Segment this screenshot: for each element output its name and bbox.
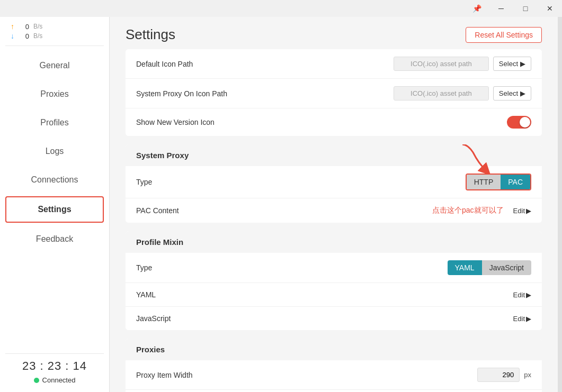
proxy-item-width-control: 290 px <box>477 368 531 382</box>
yaml-row: YAML Edit ▶ <box>126 283 542 307</box>
system-proxy-type-control: HTTP PAC <box>466 174 531 190</box>
proxies-header: Proxies <box>126 339 542 360</box>
pin-icon: 📌 <box>465 0 489 17</box>
close-button[interactable]: ✕ <box>538 0 562 17</box>
download-arrow-icon: ↓ <box>11 32 14 40</box>
proxy-item-width-row: Proxy Item Width 290 px <box>126 360 542 390</box>
sidebar-item-general[interactable]: General <box>0 51 109 80</box>
right-scrollbar <box>558 17 562 392</box>
toggle-knob <box>520 117 530 127</box>
profile-mixin-type-label: Type <box>136 263 448 272</box>
sidebar-item-profiles[interactable]: Profiles <box>0 108 109 137</box>
sidebar: ↑ 0 B/s ↓ 0 B/s General Proxies Profiles <box>0 17 110 392</box>
system-proxy-header: System Proxy <box>126 144 542 166</box>
profile-mixin-type-control: YAML JavaScript <box>448 260 531 275</box>
pac-content-label: PAC Content <box>136 206 432 215</box>
javascript-type-button[interactable]: JavaScript <box>482 260 531 275</box>
show-new-version-icon-row: Show New Version Icon <box>126 108 542 136</box>
javascript-row: JavaScript Edit ▶ <box>126 307 542 330</box>
select-arrow-icon: ▶ <box>520 60 525 68</box>
system-proxy-section: System Proxy Type <box>126 144 542 223</box>
download-stat: ↓ 0 B/s <box>11 32 99 40</box>
yaml-edit-arrow-icon: ▶ <box>526 291 531 299</box>
yaml-edit-button[interactable]: Edit ▶ <box>513 291 531 299</box>
content-scroll-area[interactable]: Default Icon Path ICO(.ico) asset path S… <box>110 49 558 392</box>
default-icon-path-row: Default Icon Path ICO(.ico) asset path S… <box>126 49 542 79</box>
sidebar-item-feedback[interactable]: Feedback <box>0 225 109 253</box>
upload-unit: B/s <box>33 23 42 30</box>
pac-annotation-text: 点击这个pac就可以了 <box>432 206 504 215</box>
system-proxy-type-label: Type <box>136 178 466 186</box>
yaml-type-button[interactable]: YAML <box>448 260 482 275</box>
download-value: 0 <box>19 32 29 40</box>
profile-mixin-lang-group: YAML JavaScript <box>448 260 531 275</box>
system-proxy-icon-select-button[interactable]: Select ▶ <box>493 86 531 101</box>
pac-edit-button[interactable]: Edit ▶ <box>513 207 531 215</box>
system-proxy-icon-path-row: System Proxy On Icon Path ICO(.ico) asse… <box>126 79 542 108</box>
http-type-button[interactable]: HTTP <box>467 175 501 189</box>
sidebar-item-settings[interactable]: Settings <box>5 196 104 223</box>
yaml-edit-control: Edit ▶ <box>513 291 531 299</box>
download-unit: B/s <box>33 32 42 40</box>
select-arrow-icon-2: ▶ <box>520 89 525 97</box>
javascript-edit-control: Edit ▶ <box>513 315 531 323</box>
javascript-edit-arrow-icon: ▶ <box>526 315 531 323</box>
default-icon-path-control: ICO(.ico) asset path Select ▶ <box>394 57 531 71</box>
content-header: Settings Reset All Settings <box>110 17 558 49</box>
show-new-version-icon-label: Show New Version Icon <box>136 118 507 126</box>
reset-all-settings-button[interactable]: Reset All Settings <box>466 27 542 43</box>
proxy-item-width-input[interactable]: 290 <box>477 368 520 382</box>
status-dot-icon <box>34 378 39 383</box>
system-proxy-icon-path-label: System Proxy On Icon Path <box>136 89 394 98</box>
proxy-item-width-label: Proxy Item Width <box>136 371 477 379</box>
javascript-label: JavaScript <box>136 314 513 323</box>
status-label: Connected <box>42 376 76 384</box>
pac-content-row: PAC Content 点击这个pac就可以了 Edit ▶ <box>126 198 542 223</box>
yaml-label: YAML <box>136 290 513 299</box>
proxy-type-button-group: HTTP PAC <box>466 174 531 190</box>
maximize-button[interactable]: □ <box>513 0 538 17</box>
system-proxy-icon-path-control: ICO(.ico) asset path Select ▶ <box>394 86 531 101</box>
main-content: Settings Reset All Settings Default Icon… <box>110 17 558 392</box>
system-proxy-icon-path-input: ICO(.ico) asset path <box>394 86 489 101</box>
default-icon-path-input: ICO(.ico) asset path <box>394 57 489 71</box>
order-by-row: Order By Default Latency Name <box>126 390 542 392</box>
sidebar-item-proxies[interactable]: Proxies <box>0 80 109 108</box>
upload-arrow-icon: ↑ <box>11 22 14 31</box>
nav-menu: General Proxies Profiles Logs Connection… <box>0 46 109 353</box>
minimize-button[interactable]: ─ <box>489 0 513 17</box>
pac-type-button[interactable]: PAC <box>501 175 530 189</box>
upload-value: 0 <box>19 23 29 31</box>
time-display: 23 : 23 : 14 <box>11 359 99 373</box>
show-new-version-toggle[interactable] <box>507 116 531 129</box>
proxies-section: Proxies Proxy Item Width 290 px Order By… <box>126 339 542 392</box>
profile-mixin-section: Profile Mixin Type YAML JavaScript YAML <box>126 231 542 330</box>
app-body: ↑ 0 B/s ↓ 0 B/s General Proxies Profiles <box>0 17 562 392</box>
system-proxy-type-row: Type HTTP P <box>126 166 542 198</box>
pac-content-control: 点击这个pac就可以了 Edit ▶ <box>432 206 531 215</box>
icon-settings-section: Default Icon Path ICO(.ico) asset path S… <box>126 49 542 136</box>
profile-mixin-type-row: Type YAML JavaScript <box>126 253 542 283</box>
sidebar-item-connections[interactable]: Connections <box>0 166 109 194</box>
sidebar-bottom: 23 : 23 : 14 Connected <box>0 354 109 392</box>
titlebar: 📌 ─ □ ✕ <box>0 0 562 17</box>
default-icon-path-label: Default Icon Path <box>136 60 394 68</box>
show-new-version-toggle-control <box>507 116 531 129</box>
profile-mixin-header: Profile Mixin <box>126 231 542 253</box>
upload-stat: ↑ 0 B/s <box>11 22 99 31</box>
proxy-item-width-unit: px <box>524 371 531 379</box>
network-stats: ↑ 0 B/s ↓ 0 B/s <box>0 17 109 45</box>
sidebar-item-logs[interactable]: Logs <box>0 137 109 166</box>
javascript-edit-button[interactable]: Edit ▶ <box>513 315 531 323</box>
default-icon-select-button[interactable]: Select ▶ <box>493 57 531 71</box>
page-title: Settings <box>126 26 175 43</box>
edit-arrow-icon: ▶ <box>526 207 531 215</box>
connection-status: Connected <box>11 376 99 384</box>
